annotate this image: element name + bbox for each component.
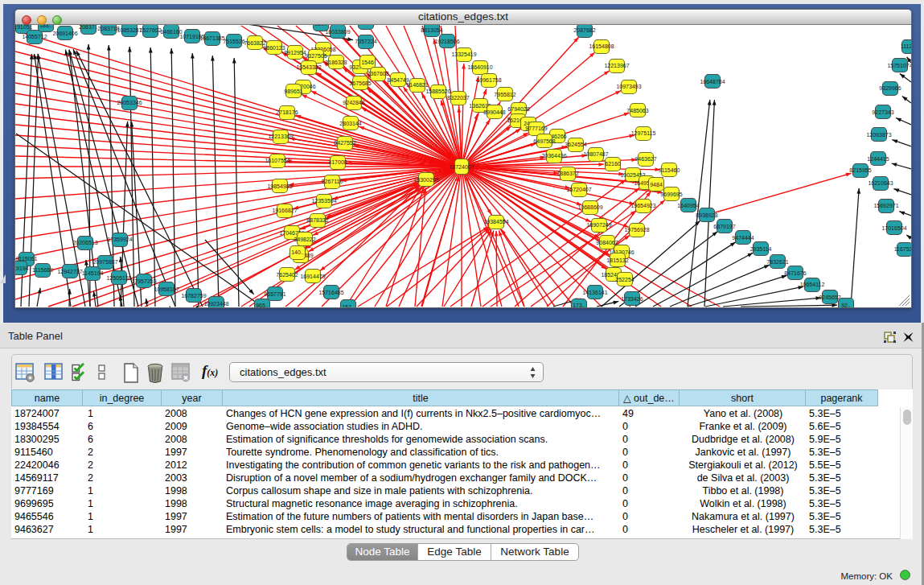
svg-text:8878332: 8878332 <box>306 217 328 223</box>
svg-text:15720407: 15720407 <box>566 187 591 192</box>
svg-text:1244415: 1244415 <box>867 156 889 162</box>
svg-text:9474444: 9474444 <box>732 235 754 241</box>
svg-text:10807487: 10807487 <box>583 151 608 157</box>
svg-text:9699695: 9699695 <box>660 192 682 197</box>
svg-text:18907249: 18907249 <box>586 222 611 228</box>
svg-text:20364436: 20364436 <box>541 153 566 159</box>
svg-text:10688609: 10688609 <box>577 204 602 210</box>
svg-text:20837..: 20837.. <box>79 25 97 30</box>
svg-text:10923448: 10923448 <box>203 301 228 307</box>
svg-text:9084067: 9084067 <box>596 240 618 245</box>
svg-text:6794028: 6794028 <box>507 106 529 112</box>
svg-text:8427552: 8427552 <box>334 140 355 146</box>
svg-text:16648784: 16648784 <box>700 79 725 84</box>
svg-text:9146821: 9146821 <box>406 82 428 88</box>
svg-text:1733426: 1733426 <box>621 296 643 302</box>
svg-text:10973493: 10973493 <box>616 84 641 89</box>
svg-text:17957253: 17957253 <box>131 278 156 284</box>
svg-text:15885520: 15885520 <box>425 89 450 94</box>
svg-text:9329966: 9329966 <box>879 85 901 91</box>
svg-text:2803144: 2803144 <box>339 121 361 126</box>
svg-text:16210643: 16210643 <box>868 180 893 186</box>
svg-text:92..: 92.. <box>841 303 851 307</box>
svg-text:7832621: 7832621 <box>766 259 788 265</box>
svg-text:18724007: 18724007 <box>449 164 474 170</box>
svg-text:9484: 9484 <box>650 182 663 187</box>
svg-text:8322037: 8322037 <box>447 95 469 101</box>
svg-text:12942737: 12942737 <box>57 269 82 274</box>
svg-text:16107554: 16107554 <box>265 158 290 163</box>
svg-text:7886372: 7886372 <box>556 171 578 176</box>
svg-text:14055712: 14055712 <box>22 34 47 39</box>
svg-text:9463627: 9463627 <box>634 156 656 162</box>
svg-text:10853287: 10853287 <box>117 27 142 33</box>
svg-text:8215955: 8215955 <box>849 167 871 173</box>
svg-text:3624554: 3624554 <box>565 142 586 147</box>
svg-text:9115460: 9115460 <box>659 167 680 173</box>
svg-text:15716485: 15716485 <box>318 290 343 295</box>
svg-text:989651: 989651 <box>284 89 302 94</box>
svg-text:1640954: 1640954 <box>677 203 699 208</box>
svg-text:62160: 62160 <box>605 161 621 167</box>
svg-text:19105..: 19105.. <box>15 25 33 30</box>
svg-text:10958107: 10958107 <box>154 286 179 292</box>
svg-text:13325419: 13325419 <box>451 51 476 57</box>
svg-text:1115689: 1115689 <box>32 267 53 273</box>
svg-text:173..: 173.. <box>573 303 585 307</box>
svg-text:20206513: 20206513 <box>72 240 97 245</box>
svg-text:919194: 919194 <box>15 266 29 271</box>
svg-text:12975115: 12975115 <box>631 130 656 136</box>
svg-text:12093873: 12093873 <box>866 132 891 138</box>
svg-text:157..: 157.. <box>342 304 355 307</box>
svg-text:3498222: 3498222 <box>294 237 315 242</box>
svg-text:12505135: 12505135 <box>106 275 131 281</box>
svg-text:8471676: 8471676 <box>784 270 806 276</box>
svg-text:19218506: 19218506 <box>434 39 459 44</box>
svg-text:16543382: 16543382 <box>296 64 321 70</box>
svg-text:6879197: 6879197 <box>713 224 735 229</box>
svg-text:6497568: 6497568 <box>533 138 555 144</box>
svg-text:9777169: 9777169 <box>525 126 547 131</box>
svg-text:3675685: 3675685 <box>349 80 371 86</box>
svg-text:2718176: 2718176 <box>276 109 298 115</box>
svg-text:9327505: 9327505 <box>305 53 326 59</box>
svg-text:17359924: 17359924 <box>107 237 132 242</box>
svg-text:140..: 140.. <box>291 249 304 255</box>
svg-text:2935114: 2935114 <box>750 246 772 252</box>
svg-text:1546: 1546 <box>361 60 374 65</box>
svg-text:965..: 965.. <box>256 303 269 307</box>
svg-text:20975887: 20975887 <box>92 259 117 265</box>
svg-text:8813054: 8813054 <box>421 27 442 33</box>
svg-text:15692971: 15692971 <box>873 203 898 208</box>
svg-text:19756928: 19756928 <box>624 227 649 233</box>
svg-text:12213967: 12213967 <box>604 63 629 68</box>
svg-text:14136141: 14136141 <box>582 290 607 295</box>
svg-text:10961758: 10961758 <box>476 77 501 83</box>
svg-text:20691406: 20691406 <box>52 31 77 36</box>
svg-text:9657791: 9657791 <box>264 291 285 297</box>
svg-text:11123..: 11123.. <box>901 43 911 49</box>
svg-text:2367608: 2367608 <box>367 71 388 76</box>
svg-text:16782759: 16782759 <box>181 293 206 299</box>
svg-text:12213369: 12213369 <box>268 134 293 139</box>
svg-text:16033809: 16033809 <box>325 29 350 35</box>
svg-text:8938928: 8938928 <box>696 212 717 218</box>
svg-text:1167533: 1167533 <box>894 246 911 252</box>
svg-text:19654923: 19654923 <box>630 203 655 208</box>
svg-text:16154808: 16154808 <box>589 43 614 49</box>
svg-text:7357224: 7357224 <box>355 39 376 44</box>
svg-text:9242848: 9242848 <box>343 100 364 105</box>
svg-text:8912954: 8912954 <box>284 50 306 56</box>
svg-text:19166827: 19166827 <box>272 208 297 213</box>
svg-text:12353594: 12353594 <box>311 198 336 204</box>
svg-text:18640910: 18640910 <box>467 64 492 70</box>
svg-text:2087682: 2087682 <box>573 27 595 33</box>
svg-text:1527602: 1527602 <box>139 27 161 33</box>
svg-text:16914479: 16914479 <box>300 274 325 279</box>
svg-text:160..: 160.. <box>314 25 327 27</box>
svg-text:19384554: 19384554 <box>483 219 508 225</box>
svg-text:188..: 188.. <box>39 25 52 28</box>
svg-text:7485063: 7485063 <box>626 108 648 113</box>
svg-text:20053346: 20053346 <box>117 100 142 105</box>
svg-text:19854985: 19854985 <box>267 183 292 189</box>
